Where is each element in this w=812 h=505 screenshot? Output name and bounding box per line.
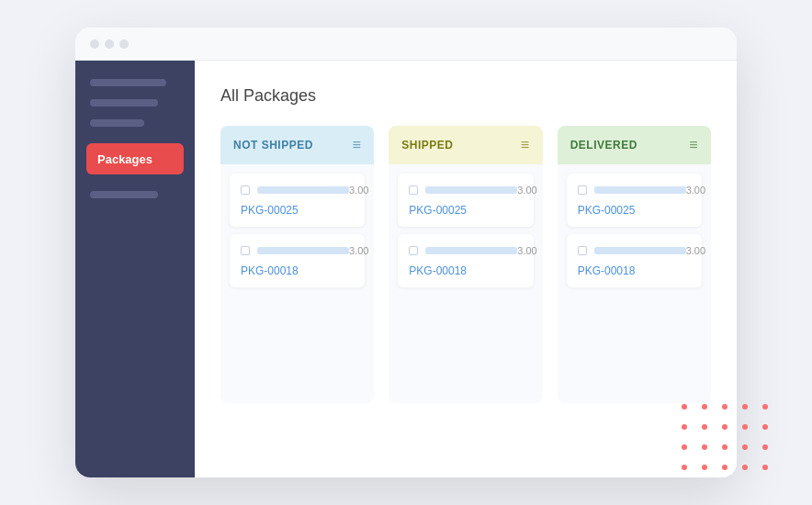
- sidebar-line-1: [90, 79, 166, 86]
- card-checkbox[interactable]: [409, 246, 418, 255]
- pkg-card-shipped-1[interactable]: 3.00 PKG-00018: [398, 234, 533, 287]
- card-link[interactable]: PKG-00018: [409, 264, 467, 277]
- card-bar-wrapper: [578, 246, 686, 255]
- column-label-delivered: DELIVERED: [570, 139, 637, 152]
- pkg-card-not-shipped-1[interactable]: 3.00 PKG-00018: [230, 234, 365, 287]
- titlebar-dot-3: [119, 39, 129, 49]
- card-bar-wrapper: [578, 185, 686, 195]
- titlebar-dot-2: [105, 39, 114, 49]
- card-link[interactable]: PKG-00025: [409, 204, 467, 217]
- card-value: 3.00: [686, 185, 705, 196]
- card-link[interactable]: PKG-00025: [241, 204, 299, 217]
- card-bar-wrapper: [241, 246, 349, 255]
- pkg-card-delivered-1[interactable]: 3.00 PKG-00018: [567, 234, 702, 287]
- sidebar-line-3: [90, 119, 144, 127]
- card-top: 3.00: [578, 245, 691, 256]
- column-body-not-shipped: 3.00 PKG-00025 3.00: [220, 164, 374, 403]
- card-value: 3.00: [686, 245, 705, 256]
- card-bar: [257, 247, 349, 254]
- sidebar-item-packages[interactable]: Packages: [86, 143, 184, 174]
- card-checkbox[interactable]: [409, 185, 418, 195]
- card-value: 3.00: [517, 245, 536, 256]
- dots-decoration: [682, 404, 775, 477]
- card-bar: [425, 186, 517, 194]
- pkg-card-not-shipped-0[interactable]: 3.00 PKG-00025: [230, 174, 365, 227]
- card-link[interactable]: PKG-00025: [578, 204, 636, 217]
- column-delivered: DELIVERED ≡ 3.00 PKG: [558, 126, 711, 403]
- card-checkbox[interactable]: [578, 185, 587, 195]
- kanban-board: NOT SHIPPED ≡ 3.00 P: [220, 126, 711, 403]
- card-value: 3.00: [349, 245, 368, 256]
- browser-content: Packages All Packages NOT SHIPPED ≡: [75, 61, 737, 477]
- column-menu-delivered[interactable]: ≡: [689, 137, 698, 153]
- card-bar-wrapper: [409, 246, 517, 255]
- titlebar-dot-1: [90, 39, 99, 49]
- card-checkbox[interactable]: [241, 185, 250, 195]
- card-checkbox[interactable]: [578, 246, 587, 255]
- column-not-shipped: NOT SHIPPED ≡ 3.00 P: [220, 126, 374, 403]
- card-bar: [594, 186, 686, 194]
- pkg-card-shipped-0[interactable]: 3.00 PKG-00025: [398, 174, 533, 227]
- card-top: 3.00: [578, 185, 691, 196]
- pkg-card-delivered-0[interactable]: 3.00 PKG-00025: [567, 174, 702, 227]
- column-menu-shipped[interactable]: ≡: [521, 137, 530, 153]
- column-header-shipped: SHIPPED ≡: [389, 126, 542, 164]
- column-body-shipped: 3.00 PKG-00025 3.00: [389, 164, 542, 403]
- card-checkbox[interactable]: [241, 246, 250, 255]
- browser-window: Packages All Packages NOT SHIPPED ≡: [75, 28, 737, 477]
- card-link[interactable]: PKG-00018: [578, 264, 636, 277]
- card-link[interactable]: PKG-00018: [241, 264, 299, 277]
- card-top: 3.00: [409, 245, 522, 256]
- card-value: 3.00: [517, 185, 536, 196]
- sidebar: Packages: [75, 61, 195, 477]
- card-bar-wrapper: [409, 185, 517, 195]
- column-body-delivered: 3.00 PKG-00025 3.00: [558, 164, 711, 403]
- browser-titlebar: [75, 28, 737, 61]
- column-shipped: SHIPPED ≡ 3.00 PKG-0: [389, 126, 542, 403]
- card-top: 3.00: [241, 245, 354, 256]
- card-bar: [425, 247, 517, 254]
- sidebar-packages-label: Packages: [97, 152, 152, 166]
- sidebar-line-4: [90, 191, 158, 198]
- card-top: 3.00: [409, 185, 522, 196]
- column-menu-not-shipped[interactable]: ≡: [352, 137, 361, 153]
- card-bar-wrapper: [241, 185, 349, 195]
- column-header-delivered: DELIVERED ≡: [558, 126, 711, 164]
- sidebar-line-2: [90, 99, 158, 107]
- card-top: 3.00: [241, 185, 354, 196]
- card-bar: [594, 247, 686, 254]
- card-bar: [257, 186, 349, 194]
- column-label-shipped: SHIPPED: [401, 139, 453, 152]
- page-title: All Packages: [220, 86, 711, 106]
- column-label-not-shipped: NOT SHIPPED: [233, 139, 313, 152]
- card-value: 3.00: [349, 185, 368, 196]
- column-header-not-shipped: NOT SHIPPED ≡: [220, 126, 374, 164]
- main-area: All Packages NOT SHIPPED ≡: [195, 61, 737, 477]
